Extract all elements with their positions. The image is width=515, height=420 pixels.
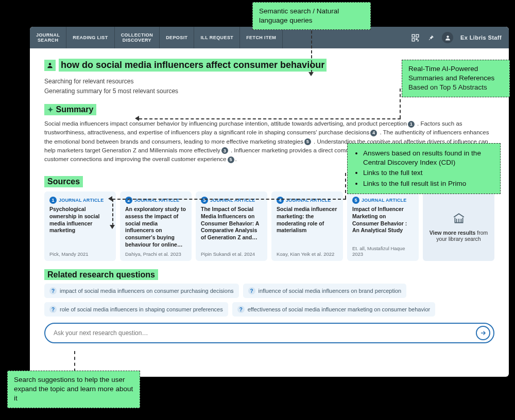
question-mark-icon: ? xyxy=(237,306,245,313)
nav-item-1[interactable]: READING LIST xyxy=(66,27,114,48)
svg-rect-0 xyxy=(412,34,415,37)
summary-heading: ✦ Summary xyxy=(44,104,494,115)
ask-box[interactable] xyxy=(44,323,494,343)
user-avatar-icon[interactable] xyxy=(442,32,453,43)
related-question-0[interactable]: ?impact of social media influencers on c… xyxy=(44,284,239,298)
related-row: ?impact of social media influencers on c… xyxy=(44,284,494,317)
scrollbar[interactable] xyxy=(505,58,508,372)
search-query-text: how do social media influencers affect c… xyxy=(59,59,327,72)
related-question-3[interactable]: ?effectiveness of social media influence… xyxy=(232,302,435,317)
related-question-text: impact of social media influencers on co… xyxy=(60,288,234,294)
source-card-4[interactable]: 4 JOURNAL ARTICLE Social media influence… xyxy=(271,191,343,261)
user-name[interactable]: Ex Libris Staff xyxy=(460,34,502,41)
source-type: JOURNAL ARTICLE xyxy=(210,198,255,203)
nav-item-2[interactable]: COLLECTIONDISCOVERY xyxy=(115,27,160,48)
svg-point-3 xyxy=(447,36,449,38)
source-num-icon: 1 xyxy=(49,197,57,204)
source-title: An exploratory study to assess the impac… xyxy=(125,206,186,248)
source-title: Psychological ownership in social media … xyxy=(49,206,111,234)
citation-5a[interactable]: 5 xyxy=(304,138,311,145)
nav-item-0[interactable]: JOURNALSEARCH xyxy=(30,27,66,48)
source-title: Social media influencer marketing: the m… xyxy=(277,206,338,234)
source-type: JOURNAL ARTICLE xyxy=(286,198,331,203)
ask-send-button[interactable] xyxy=(476,326,490,340)
related-question-1[interactable]: ?influence of social media influencers o… xyxy=(243,284,407,298)
ask-input[interactable] xyxy=(54,329,470,337)
source-title: Impact of Influencer Marketing on Consum… xyxy=(352,206,414,234)
qr-icon[interactable] xyxy=(411,33,420,42)
svg-rect-2 xyxy=(412,38,415,41)
view-more-results[interactable]: View more results from your library sear… xyxy=(423,191,494,261)
question-mark-icon: ? xyxy=(49,306,57,313)
library-icon xyxy=(452,212,466,226)
source-title: The Impact of Social Media Influencers o… xyxy=(201,206,262,241)
callout-ai-summaries: Real-Time AI-Powered Summaries and Refer… xyxy=(402,60,510,97)
nav-item-3[interactable]: DEPOSIT xyxy=(160,27,194,48)
source-meta: Pipin Sukandi et al. 2024 xyxy=(201,251,262,257)
nav-item-4[interactable]: ILL REQUEST xyxy=(194,27,240,48)
citation-4[interactable]: 4 xyxy=(370,130,377,136)
nav-items: JOURNALSEARCHREADING LISTCOLLECTIONDISCO… xyxy=(30,27,283,48)
source-card-5[interactable]: 5 JOURNAL ARTICLE Impact of Influencer M… xyxy=(347,191,419,261)
source-meta: Et. all, Mustafizul Haque 2023 xyxy=(352,246,414,257)
source-card-1[interactable]: 1 JOURNAL ARTICLE Psychological ownershi… xyxy=(44,191,116,261)
callout-cdi-item-1: Links to the full text xyxy=(363,168,494,178)
callout-cdi-list: Answers based on results found in the Ce… xyxy=(354,149,494,188)
citation-5b[interactable]: 5 xyxy=(228,156,234,163)
callout-suggestions: Search suggestions to help the user expa… xyxy=(7,371,140,408)
source-num-icon: 3 xyxy=(201,197,208,204)
source-num-icon: 4 xyxy=(277,197,284,204)
source-card-2[interactable]: 2 JOURNAL ARTICLE An exploratory study t… xyxy=(120,191,192,261)
source-type: JOURNAL ARTICLE xyxy=(134,198,180,203)
source-type: JOURNAL ARTICLE xyxy=(362,198,407,203)
source-meta: Koay, Kian Yeik et al. 2022 xyxy=(277,251,338,257)
source-meta: Pick, Mandy 2021 xyxy=(49,251,111,257)
source-num-icon: 2 xyxy=(125,197,132,204)
source-num-icon: 5 xyxy=(352,197,359,204)
source-card-3[interactable]: 3 JOURNAL ARTICLE The Impact of Social M… xyxy=(196,191,267,261)
pin-icon[interactable] xyxy=(427,34,435,42)
callout-cdi-item-2: Links to the full result list in Primo xyxy=(363,179,494,188)
related-question-text: influence of social media influencers on… xyxy=(259,288,402,294)
sparkle-icon: ✦ xyxy=(47,106,54,114)
citation-3[interactable]: 3 xyxy=(221,147,228,154)
question-mark-icon: ? xyxy=(49,287,57,294)
topbar-right: Ex Libris Staff xyxy=(411,27,509,48)
source-meta: Dahiya, Prachi et al. 2023 xyxy=(125,251,186,257)
question-mark-icon: ? xyxy=(248,287,255,294)
related-question-text: role of social media influencers in shap… xyxy=(60,306,223,312)
callout-cdi-item-0: Answers based on results found in the Ce… xyxy=(363,149,494,167)
callout-semantic-search: Semantic search / Natural language queri… xyxy=(252,2,371,30)
svg-rect-1 xyxy=(416,34,419,37)
view-more-text: View more results from your library sear… xyxy=(428,230,489,242)
sources-row: 1 JOURNAL ARTICLE Psychological ownershi… xyxy=(44,191,494,261)
query-user-icon xyxy=(44,60,56,71)
related-questions: Related research questions ?impact of so… xyxy=(44,270,494,317)
related-heading: Related research questions xyxy=(44,269,158,280)
citation-1[interactable]: 1 xyxy=(408,121,415,128)
related-question-text: effectiveness of social media influencer… xyxy=(248,306,430,312)
callout-cdi: Answers based on results found in the Ce… xyxy=(347,143,501,194)
svg-point-4 xyxy=(49,63,52,65)
related-question-2[interactable]: ?role of social media influencers in sha… xyxy=(44,302,228,317)
source-type: JOURNAL ARTICLE xyxy=(59,198,104,203)
